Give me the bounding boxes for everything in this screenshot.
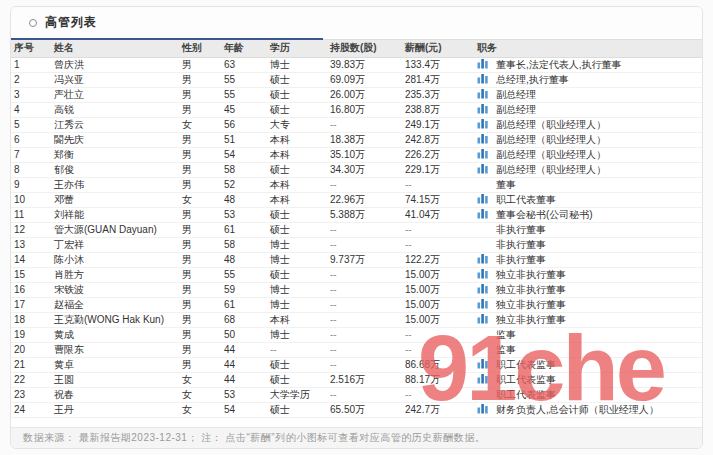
cell-shares: -- bbox=[327, 282, 402, 297]
salary-history-chart-icon[interactable] bbox=[477, 403, 489, 416]
cell-edu: 硕士 bbox=[267, 72, 327, 87]
cell-shares: -- bbox=[327, 387, 402, 402]
cell-salary: -- bbox=[402, 177, 474, 192]
cell-name: 刘祥能 bbox=[51, 207, 179, 222]
cell-position: 非执行董事 bbox=[474, 222, 702, 237]
cell-salary: 242.7万 bbox=[402, 402, 474, 417]
cell-gender: 男 bbox=[179, 222, 221, 237]
cell-gender: 男 bbox=[179, 162, 221, 177]
cell-salary: -- bbox=[402, 222, 474, 237]
cell-edu: 硕士 bbox=[267, 222, 327, 237]
data-source-text: 数据来源： 最新报告期2023-12-31； 注： 点击“薪酬”列的小图标可查看… bbox=[23, 431, 485, 445]
table-row: 20曹限东男44------监事 bbox=[11, 342, 702, 357]
salary-history-chart-icon[interactable] bbox=[477, 298, 489, 311]
cell-age: 55 bbox=[221, 72, 267, 87]
panel-header: 高管列表 bbox=[11, 7, 702, 38]
cell-salary: 74.15万 bbox=[402, 192, 474, 207]
salary-history-chart-icon[interactable] bbox=[477, 103, 489, 116]
cell-edu: 大学学历 bbox=[267, 387, 327, 402]
cell-position: 副总经理（职业经理人） bbox=[474, 132, 702, 147]
salary-history-chart-icon[interactable] bbox=[477, 118, 489, 131]
salary-history-chart-icon[interactable] bbox=[477, 358, 489, 371]
cell-salary: 15.00万 bbox=[402, 312, 474, 327]
cell-no: 11 bbox=[11, 207, 51, 222]
table-body: 1曾庆洪男63博士39.83万133.4万董事长,法定代表人,执行董事2冯兴亚男… bbox=[11, 57, 702, 417]
salary-history-chart-icon[interactable] bbox=[477, 193, 489, 206]
table-row: 23祝春女53大学学历----职工代表监事 bbox=[11, 387, 702, 402]
cell-edu: 博士 bbox=[267, 252, 327, 267]
cell-name: 郁俊 bbox=[51, 162, 179, 177]
data-source-note: 数据来源： 最新报告期2023-12-31； 注： 点击“薪酬”列的小图标可查看… bbox=[11, 427, 702, 448]
salary-history-chart-icon[interactable] bbox=[477, 373, 489, 386]
cell-no: 1 bbox=[11, 57, 51, 72]
cell-gender: 男 bbox=[179, 132, 221, 147]
cell-gender: 男 bbox=[179, 207, 221, 222]
cell-no: 21 bbox=[11, 357, 51, 372]
position-text: 财务负责人,总会计师（职业经理人） bbox=[496, 404, 659, 415]
cell-age: 58 bbox=[221, 162, 267, 177]
position-text: 董事会秘书(公司秘书) bbox=[496, 209, 593, 220]
salary-history-chart-icon[interactable] bbox=[477, 133, 489, 146]
cell-age: 55 bbox=[221, 87, 267, 102]
cell-shares: -- bbox=[327, 312, 402, 327]
cell-gender: 女 bbox=[179, 387, 221, 402]
position-text: 总经理,执行董事 bbox=[496, 74, 569, 85]
cell-age: 55 bbox=[221, 267, 267, 282]
tab-executives-list[interactable]: 高管列表 bbox=[45, 14, 97, 31]
salary-history-chart-icon[interactable] bbox=[477, 88, 489, 101]
bullet-circle-icon bbox=[29, 19, 37, 27]
cell-name: 祝春 bbox=[51, 387, 179, 402]
cell-no: 6 bbox=[11, 132, 51, 147]
cell-name: 高锐 bbox=[51, 102, 179, 117]
salary-history-chart-icon[interactable] bbox=[477, 313, 489, 326]
cell-shares: -- bbox=[327, 327, 402, 342]
cell-edu: 硕士 bbox=[267, 162, 327, 177]
cell-no: 9 bbox=[11, 177, 51, 192]
cell-gender: 男 bbox=[179, 252, 221, 267]
salary-history-chart-icon[interactable] bbox=[477, 163, 489, 176]
cell-age: 56 bbox=[221, 117, 267, 132]
cell-shares: 35.10万 bbox=[327, 147, 402, 162]
cell-edu: 博士 bbox=[267, 237, 327, 252]
cell-edu: 本科 bbox=[267, 312, 327, 327]
cell-age: 58 bbox=[221, 237, 267, 252]
table-row: 12管大源(GUAN Dayuan)男61硕士----非执行董事 bbox=[11, 222, 702, 237]
position-text: 副总经理 bbox=[496, 89, 536, 100]
table-row: 10邓蕾女48本科22.96万74.15万职工代表董事 bbox=[11, 192, 702, 207]
position-text: 独立非执行董事 bbox=[496, 314, 566, 325]
position-text: 监事 bbox=[496, 344, 516, 355]
salary-history-chart-icon[interactable] bbox=[477, 268, 489, 281]
salary-history-chart-icon[interactable] bbox=[477, 58, 489, 71]
cell-salary: 88.17万 bbox=[402, 372, 474, 387]
cell-shares: 2.516万 bbox=[327, 372, 402, 387]
salary-history-chart-icon[interactable] bbox=[477, 283, 489, 296]
cell-name: 江秀云 bbox=[51, 117, 179, 132]
cell-name: 王圆 bbox=[51, 372, 179, 387]
cell-position: 非执行董事 bbox=[474, 237, 702, 252]
cell-name: 黄成 bbox=[51, 327, 179, 342]
salary-history-chart-icon[interactable] bbox=[477, 253, 489, 266]
column-header-edu: 学历 bbox=[267, 40, 327, 57]
cell-no: 20 bbox=[11, 342, 51, 357]
empty-value: -- bbox=[330, 239, 337, 250]
cell-edu: 大专 bbox=[267, 117, 327, 132]
cell-salary: 133.4万 bbox=[402, 57, 474, 72]
cell-name: 邓蕾 bbox=[51, 192, 179, 207]
salary-history-chart-icon[interactable] bbox=[477, 208, 489, 221]
cell-shares: 16.80万 bbox=[327, 102, 402, 117]
cell-position: 职工代表董事 bbox=[474, 192, 702, 207]
column-header-salary: 薪酬(元) bbox=[402, 40, 474, 57]
cell-salary: 281.4万 bbox=[402, 72, 474, 87]
cell-salary: 15.00万 bbox=[402, 297, 474, 312]
cell-no: 18 bbox=[11, 312, 51, 327]
cell-gender: 男 bbox=[179, 57, 221, 72]
cell-no: 16 bbox=[11, 282, 51, 297]
cell-age: 59 bbox=[221, 282, 267, 297]
position-text: 董事 bbox=[496, 179, 516, 190]
cell-edu: 本科 bbox=[267, 192, 327, 207]
salary-history-chart-icon[interactable] bbox=[477, 148, 489, 161]
cell-age: 50 bbox=[221, 327, 267, 342]
cell-salary: 122.2万 bbox=[402, 252, 474, 267]
salary-history-chart-icon[interactable] bbox=[477, 73, 489, 86]
cell-no: 3 bbox=[11, 87, 51, 102]
